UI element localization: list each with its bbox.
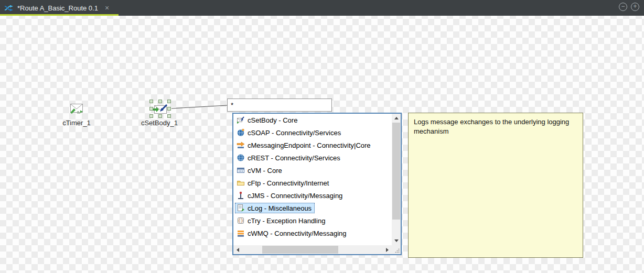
vertical-scroll-thumb[interactable] [392,123,400,220]
selection-handle[interactable] [149,107,153,111]
scroll-right-icon[interactable] [383,245,392,254]
view-controls: − + [619,3,639,11]
clog-icon [237,204,245,212]
crest-icon [237,154,245,162]
dropdown-item-cvm[interactable]: cVM - Core [233,164,392,177]
component-search-input[interactable] [227,99,332,112]
ctimer-label: cTimer_1 [55,119,99,127]
tooltip-text: Logs message exchanges to the underlying… [414,118,569,135]
ctry-icon: {} [237,216,245,225]
csetbody-label: cSetBody_1 [137,119,182,127]
horizontal-scrollbar[interactable] [233,245,392,254]
resize-grip-icon [395,248,400,253]
active-tab-underline [0,14,119,16]
route-icon [4,5,14,12]
editor-tab-route[interactable]: *Route A_Basic_Route 0.1 × [0,0,119,16]
tab-title: *Route A_Basic_Route 0.1 [17,4,98,12]
csoap-icon [237,128,245,137]
cftp-icon [237,179,245,187]
component-suggestion-dropdown: cSetBody - Core cSOAP - Connectivity/Ser… [232,113,402,255]
svg-text:{}: {} [238,218,244,223]
vertical-scrollbar[interactable] [392,114,401,245]
csetbody-icon [237,116,245,124]
selection-handle[interactable] [167,107,171,111]
cjms-icon [237,191,245,200]
dropdown-item-csetbody[interactable]: cSetBody - Core [233,114,392,126]
scroll-down-icon[interactable] [392,236,401,245]
maximize-icon[interactable]: + [631,3,639,11]
scroll-left-icon[interactable] [233,245,242,254]
dropdown-item-ctry[interactable]: {} cTry - Exception Handling [233,214,392,227]
scroll-up-icon[interactable] [392,114,401,123]
dropdown-item-csoap[interactable]: cSOAP - Connectivity/Services [233,126,392,139]
resize-grip[interactable] [392,245,401,254]
horizontal-scroll-thumb[interactable] [262,246,338,254]
minimize-icon[interactable]: − [619,3,627,11]
selection-handle[interactable] [167,114,171,118]
dropdown-item-clog[interactable]: cLog - Miscellaneous [233,202,392,214]
route-canvas[interactable]: *Route A_Basic_Route 0.1 × − + cTimer_1 … [0,0,644,273]
suggestion-list: cSetBody - Core cSOAP - Connectivity/Ser… [233,114,392,245]
ctimer-component-icon[interactable] [69,102,84,115]
selection-handle[interactable] [149,114,153,118]
editor-tab-bar: *Route A_Basic_Route 0.1 × − + [0,0,644,16]
cmessagingendpoint-icon [237,141,245,149]
dropdown-item-cmessagingendpoint[interactable]: cMessagingEndpoint - Connectivity|Core [233,139,392,151]
selection-handle[interactable] [149,100,153,103]
selection-handle[interactable] [167,100,171,103]
cvm-icon [237,166,245,174]
dropdown-item-cjms[interactable]: cJMS - Connectivity/Messaging [233,189,392,202]
dropdown-item-cftp[interactable]: cFtp - Connectivity/Internet [233,177,392,189]
selection-handle[interactable] [158,100,162,103]
tab-close-icon[interactable]: × [105,4,109,12]
dropdown-item-cwmq[interactable]: cWMQ - Connectivity/Messaging [233,227,392,239]
component-description-tooltip: Logs message exchanges to the underlying… [408,113,583,258]
dropdown-item-crest[interactable]: cREST - Connectivity/Services [233,151,392,164]
selection-handle[interactable] [158,114,162,118]
cwmq-icon [237,229,245,237]
